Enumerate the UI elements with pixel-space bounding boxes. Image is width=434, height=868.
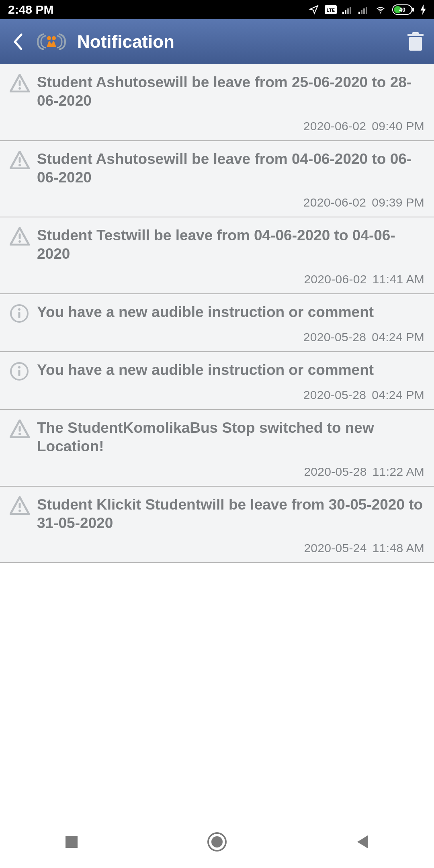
info-icon xyxy=(10,303,34,344)
notification-date: 2020-05-24 xyxy=(304,541,366,555)
notification-time: 11:48 AM xyxy=(373,541,424,555)
svg-rect-17 xyxy=(412,32,419,35)
recent-apps-button[interactable] xyxy=(64,834,79,850)
notification-message: Student Testwill be leave from 04-06-202… xyxy=(37,226,424,264)
svg-point-21 xyxy=(18,164,21,166)
status-bar: 2:48 PM LTE 40 xyxy=(0,0,434,19)
page-title: Notification xyxy=(77,32,407,52)
notification-message: The StudentKomolikaBus Stop switched to … xyxy=(37,419,424,456)
status-time: 2:48 PM xyxy=(8,3,53,16)
notification-body: You have a new audible instruction or co… xyxy=(34,361,424,402)
svg-point-14 xyxy=(52,36,56,40)
svg-rect-34 xyxy=(66,836,78,848)
battery-icon: 40 xyxy=(392,4,415,15)
system-nav-bar xyxy=(0,816,434,868)
notification-time: 11:41 AM xyxy=(373,272,424,286)
warning-icon xyxy=(10,495,34,555)
home-button[interactable] xyxy=(207,831,227,852)
notification-message: Student Ashutosewill be leave from 25-06… xyxy=(37,73,424,111)
notification-message: Student Ashutosewill be leave from 04-06… xyxy=(37,150,424,187)
info-icon xyxy=(10,361,34,402)
notification-item[interactable]: Student Ashutosewill be leave from 04-06… xyxy=(0,141,434,218)
svg-rect-30 xyxy=(19,426,21,432)
app-bar: Notification xyxy=(0,19,434,64)
svg-point-33 xyxy=(18,510,21,512)
notification-body: Student Testwill be leave from 04-06-202… xyxy=(34,226,424,286)
notification-time: 04:24 PM xyxy=(372,330,424,344)
svg-point-25 xyxy=(18,308,20,311)
svg-rect-9 xyxy=(366,7,367,14)
chevron-left-icon xyxy=(12,33,23,51)
notification-item[interactable]: You have a new audible instruction or co… xyxy=(0,294,434,352)
square-icon xyxy=(64,834,79,850)
notification-item[interactable]: You have a new audible instruction or co… xyxy=(0,352,434,410)
notification-item[interactable]: Student Testwill be leave from 04-06-202… xyxy=(0,217,434,294)
notification-date: 2020-06-02 xyxy=(304,272,366,286)
notification-meta: 2020-06-0211:41 AM xyxy=(37,272,424,286)
notification-message: You have a new audible instruction or co… xyxy=(37,361,424,379)
wifi-icon xyxy=(375,5,387,14)
delete-button[interactable] xyxy=(407,31,424,53)
notification-body: Student Klickit Studentwill be leave fro… xyxy=(34,495,424,555)
notification-time: 09:40 PM xyxy=(372,119,424,133)
svg-rect-20 xyxy=(19,157,21,163)
warning-icon xyxy=(10,150,34,210)
battery-level: 40 xyxy=(399,6,405,13)
notification-list[interactable]: Student Ashutosewill be leave from 25-06… xyxy=(0,64,434,563)
warning-icon xyxy=(10,73,34,133)
notification-meta: 2020-05-2804:24 PM xyxy=(37,330,424,344)
notification-item[interactable]: The StudentKomolikaBus Stop switched to … xyxy=(0,410,434,487)
svg-rect-11 xyxy=(412,8,414,12)
notification-meta: 2020-06-0209:40 PM xyxy=(37,119,424,133)
triangle-left-icon xyxy=(355,834,370,850)
svg-rect-32 xyxy=(19,503,21,508)
svg-rect-3 xyxy=(345,10,346,14)
svg-rect-7 xyxy=(361,10,362,14)
notification-time: 09:39 PM xyxy=(372,196,424,209)
notification-date: 2020-05-28 xyxy=(303,388,366,401)
notification-body: You have a new audible instruction or co… xyxy=(34,303,424,344)
back-button[interactable] xyxy=(10,34,26,50)
svg-rect-15 xyxy=(409,37,422,51)
svg-rect-4 xyxy=(347,8,349,14)
svg-rect-6 xyxy=(358,12,360,14)
warning-icon xyxy=(10,226,34,286)
notification-meta: 2020-05-2411:48 AM xyxy=(37,541,424,555)
circle-icon xyxy=(207,831,227,852)
svg-rect-5 xyxy=(350,7,351,14)
svg-rect-2 xyxy=(342,12,344,14)
notification-time: 11:22 AM xyxy=(373,465,424,478)
svg-rect-26 xyxy=(18,312,20,318)
app-logo-icon xyxy=(35,32,68,52)
svg-rect-29 xyxy=(18,370,20,376)
warning-icon xyxy=(10,419,34,479)
svg-point-13 xyxy=(47,36,51,40)
svg-point-36 xyxy=(211,836,223,848)
notification-date: 2020-05-28 xyxy=(303,330,366,344)
svg-text:LTE: LTE xyxy=(327,8,335,12)
svg-point-31 xyxy=(18,433,21,435)
svg-point-19 xyxy=(18,87,21,90)
notification-item[interactable]: Student Ashutosewill be leave from 25-06… xyxy=(0,64,434,141)
signal-1-icon xyxy=(342,5,353,14)
location-icon xyxy=(309,4,319,15)
notification-body: Student Ashutosewill be leave from 04-06… xyxy=(34,150,424,210)
svg-rect-22 xyxy=(19,233,21,239)
notification-date: 2020-06-02 xyxy=(303,196,366,209)
notification-date: 2020-05-28 xyxy=(304,465,366,478)
notification-item[interactable]: Student Klickit Studentwill be leave fro… xyxy=(0,487,434,563)
notification-message: Student Klickit Studentwill be leave fro… xyxy=(37,495,424,533)
notification-body: Student Ashutosewill be leave from 25-06… xyxy=(34,73,424,133)
charging-icon xyxy=(420,4,426,15)
notification-message: You have a new audible instruction or co… xyxy=(37,303,424,321)
back-nav-button[interactable] xyxy=(355,834,370,850)
notification-meta: 2020-05-2811:22 AM xyxy=(37,465,424,479)
trash-icon xyxy=(407,32,424,51)
notification-meta: 2020-06-0209:39 PM xyxy=(37,196,424,209)
svg-point-23 xyxy=(18,240,21,243)
notification-time: 04:24 PM xyxy=(372,388,424,401)
notification-meta: 2020-05-2804:24 PM xyxy=(37,388,424,402)
signal-2-icon xyxy=(358,5,369,14)
status-icons: LTE 40 xyxy=(309,4,426,15)
svg-point-28 xyxy=(18,366,20,368)
